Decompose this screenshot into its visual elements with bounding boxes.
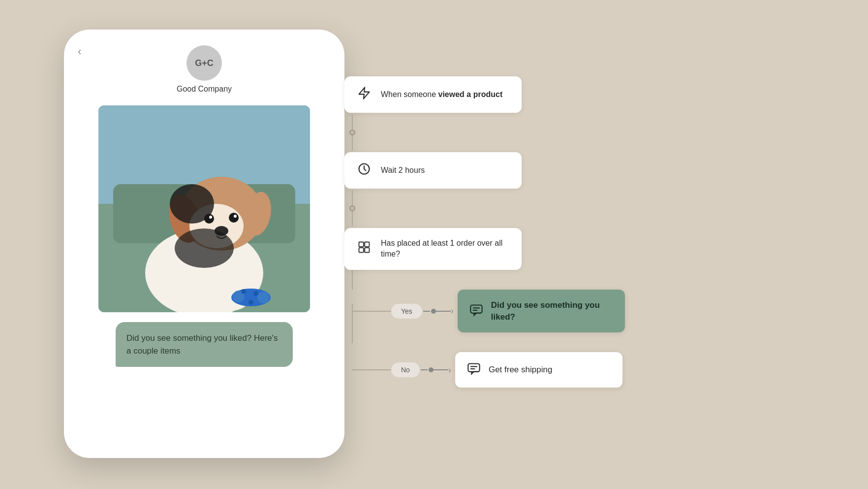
back-button[interactable]: ‹ — [78, 45, 81, 58]
yes-action-card[interactable]: Did you see something you liked? — [458, 290, 625, 333]
yes-label: Yes — [391, 304, 422, 319]
svg-point-10 — [209, 216, 212, 219]
svg-point-19 — [257, 292, 269, 303]
svg-rect-31 — [468, 364, 479, 372]
trigger-text: When someone viewed a product — [381, 89, 502, 100]
company-name: Good Company — [177, 85, 232, 94]
chat-icon-yes — [469, 303, 483, 319]
condition-text: Has placed at least 1 order over all tim… — [381, 238, 510, 260]
product-image — [98, 105, 310, 312]
phone-mockup: ‹ G+C Good Company — [64, 30, 344, 458]
svg-point-14 — [175, 228, 234, 268]
avatar-container: G+C Good Company — [78, 45, 331, 94]
phone-header: ‹ G+C Good Company — [64, 30, 344, 101]
svg-point-15 — [160, 287, 194, 308]
yes-action-text: Did you see something you liked? — [491, 299, 613, 323]
avatar: G+C — [186, 45, 222, 81]
svg-rect-25 — [365, 242, 369, 247]
svg-point-9 — [229, 213, 239, 223]
svg-point-20 — [241, 289, 246, 294]
filter-icon — [356, 240, 372, 257]
svg-point-11 — [234, 215, 237, 218]
svg-rect-28 — [470, 305, 482, 313]
svg-point-21 — [253, 291, 258, 296]
svg-rect-27 — [365, 248, 369, 253]
dog-photo — [98, 105, 310, 312]
svg-rect-24 — [359, 242, 364, 247]
chat-bubble: Did you see something you liked? Here's … — [116, 322, 293, 367]
no-action-card[interactable]: Get free shipping — [455, 352, 622, 388]
svg-rect-26 — [359, 248, 364, 253]
no-action-text: Get free shipping — [489, 364, 552, 376]
bolt-icon — [356, 86, 372, 103]
wait-text: Wait 2 hours — [381, 165, 425, 176]
svg-point-22 — [248, 300, 253, 305]
clock-icon — [356, 162, 372, 179]
condition-card[interactable]: Has placed at least 1 order over all tim… — [344, 228, 522, 270]
no-label: No — [391, 362, 420, 377]
svg-point-13 — [170, 184, 214, 224]
wait-card[interactable]: Wait 2 hours — [344, 152, 522, 189]
chat-icon-no — [467, 362, 481, 378]
chat-bubble-text: Did you see something you liked? Here's … — [126, 332, 282, 357]
trigger-card[interactable]: When someone viewed a product — [344, 76, 522, 113]
